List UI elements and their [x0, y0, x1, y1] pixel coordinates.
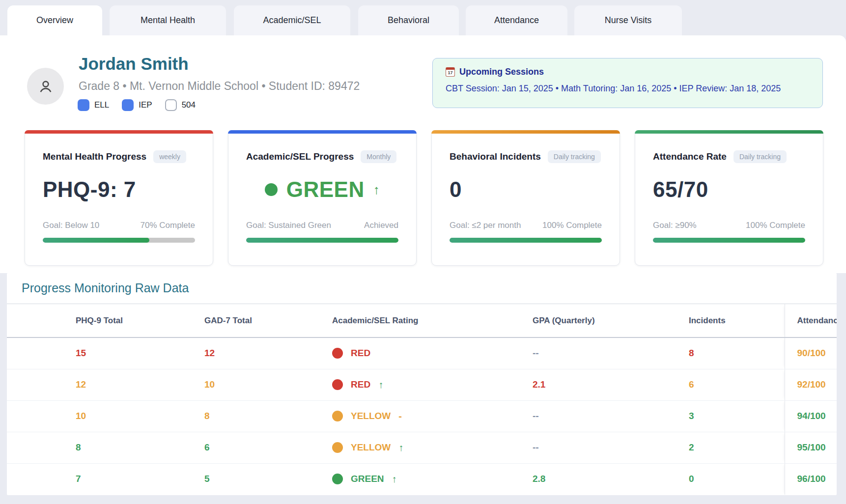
- 504-checkbox[interactable]: [165, 99, 177, 111]
- phq9-value: 12: [76, 379, 86, 390]
- card-mental-health-progress: Mental Health Progress weekly PHQ-9: 7 G…: [25, 130, 213, 266]
- incidents-value: 2: [689, 442, 694, 452]
- attendance-value: 94/100: [797, 411, 826, 421]
- phq9-value: 10: [76, 411, 86, 421]
- tab-attendance[interactable]: Attendance: [466, 5, 567, 35]
- progress-bar: [653, 238, 805, 243]
- incidents-value: 0: [689, 474, 694, 484]
- col-header-phq9: PHQ-9 Total: [76, 304, 204, 337]
- gpa-value: 2.1: [533, 379, 545, 390]
- table-row: 12 10 RED↑ 2.1 6 92/100: [7, 369, 837, 400]
- card-status: 100% Complete: [746, 221, 805, 230]
- card-goal: Goal: ≤2 per month: [450, 221, 521, 230]
- gad7-value: 6: [204, 442, 210, 452]
- attendance-value: 92/100: [797, 379, 826, 390]
- trend-up-icon: ↑: [392, 474, 397, 485]
- attendance-value: 90/100: [797, 348, 826, 358]
- col-header-gpa: GPA (Quarterly): [533, 304, 689, 337]
- gpa-value: --: [533, 411, 539, 421]
- card-title: Mental Health Progress: [43, 151, 146, 162]
- card-frequency-badge: weekly: [153, 150, 186, 163]
- card-goal: Goal: Sustained Green: [246, 221, 331, 230]
- rating-label: GREEN: [351, 474, 384, 484]
- card-title: Academic/SEL Progress: [246, 151, 354, 162]
- card-accent-red: [25, 130, 213, 134]
- table-row: 15 12 RED -- 8 90/100: [7, 337, 837, 369]
- flag-ell: ELL: [78, 99, 109, 111]
- rating-dot-icon: [332, 474, 343, 484]
- progress-fill: [246, 238, 398, 243]
- flag-iep: IEP: [122, 99, 152, 111]
- student-flags: ELL IEP 504: [78, 99, 196, 111]
- iep-checkbox[interactable]: [122, 99, 134, 111]
- tab-academic-sel[interactable]: Academic/SEL: [234, 5, 350, 35]
- upcoming-sessions-list: CBT Session: Jan 15, 2025 • Math Tutorin…: [446, 84, 810, 94]
- gpa-value: 2.8: [533, 474, 545, 484]
- upcoming-sessions-card: 17 Upcoming Sessions CBT Session: Jan 15…: [432, 58, 823, 108]
- card-value: GREEN: [286, 177, 365, 202]
- card-accent-orange: [431, 130, 620, 134]
- card-goal: Goal: Below 10: [43, 221, 99, 230]
- card-status: Achieved: [364, 221, 398, 230]
- incidents-value: 6: [689, 379, 694, 390]
- trend-up-icon: ↑: [373, 182, 380, 197]
- rating-label: YELLOW: [351, 442, 391, 453]
- rating-dot-icon: [332, 442, 343, 453]
- trend-up-icon: ↑: [378, 379, 383, 391]
- phq9-value: 15: [76, 348, 86, 358]
- upcoming-sessions-title: 17 Upcoming Sessions: [446, 67, 810, 77]
- progress-fill: [43, 238, 149, 243]
- progress-fill: [450, 238, 602, 243]
- table-row: 10 8 YELLOW- -- 3 94/100: [7, 400, 837, 432]
- col-header-rating: Academic/SEL Rating: [332, 304, 533, 337]
- raw-data-table: PHQ-9 Total GAD-7 Total Academic/SEL Rat…: [7, 304, 837, 495]
- rating-dot-icon: [332, 411, 343, 421]
- 504-label: 504: [182, 100, 196, 110]
- card-frequency-badge: Monthly: [361, 150, 396, 163]
- green-status-dot-icon: [265, 183, 278, 196]
- student-name: Jordan Smith: [79, 54, 189, 74]
- tab-nurse-visits[interactable]: Nurse Visits: [574, 5, 682, 35]
- card-title: Behavioral Incidents: [450, 151, 541, 162]
- attendance-value: 95/100: [797, 442, 826, 452]
- phq9-value: 8: [76, 442, 81, 452]
- card-title: Attendance Rate: [653, 151, 727, 162]
- progress-bar: [450, 238, 602, 243]
- incidents-value: 3: [689, 411, 694, 421]
- card-accent-green: [635, 130, 823, 134]
- user-icon: [36, 77, 55, 96]
- gpa-value: --: [533, 442, 539, 452]
- card-behavioral-incidents: Behavioral Incidents Daily tracking 0 Go…: [431, 130, 620, 266]
- card-accent-blue: [228, 130, 417, 134]
- raw-data-panel: Progress Monitoring Raw Data PHQ-9 Total…: [7, 273, 837, 495]
- card-frequency-badge: Daily tracking: [548, 150, 601, 163]
- gad7-value: 12: [204, 348, 215, 358]
- table-row: 7 5 GREEN↑ 2.8 0 96/100: [7, 463, 837, 495]
- iep-label: IEP: [139, 100, 152, 110]
- raw-data-table-scroll[interactable]: PHQ-9 Total GAD-7 Total Academic/SEL Rat…: [7, 304, 837, 495]
- student-meta: Grade 8 • Mt. Vernon Middle School • Stu…: [79, 80, 360, 93]
- progress-bar: [43, 238, 195, 243]
- tab-behavioral[interactable]: Behavioral: [358, 5, 459, 35]
- card-status: 100% Complete: [542, 221, 602, 230]
- progress-fill: [653, 238, 805, 243]
- raw-data-heading: Progress Monitoring Raw Data: [22, 281, 189, 295]
- incidents-value: 8: [689, 348, 694, 358]
- trend-up-icon: ↑: [398, 442, 403, 453]
- col-header-attendance: Attendance: [785, 304, 837, 337]
- tab-overview[interactable]: Overview: [7, 5, 102, 35]
- rating-label: YELLOW: [351, 411, 391, 421]
- ell-label: ELL: [94, 100, 109, 110]
- upcoming-sessions-title-text: Upcoming Sessions: [459, 67, 544, 77]
- gpa-value: --: [533, 348, 539, 358]
- col-header-gad7: GAD-7 Total: [204, 304, 332, 337]
- card-goal: Goal: ≥90%: [653, 221, 697, 230]
- card-frequency-badge: Daily tracking: [733, 150, 787, 163]
- table-header-row: PHQ-9 Total GAD-7 Total Academic/SEL Rat…: [7, 304, 837, 337]
- card-academic-sel-progress: Academic/SEL Progress Monthly GREEN ↑ Go…: [228, 130, 417, 266]
- phq9-value: 7: [76, 474, 81, 484]
- rating-label: RED: [351, 379, 370, 390]
- rating-dot-icon: [332, 348, 343, 359]
- ell-checkbox[interactable]: [78, 99, 89, 111]
- tab-mental-health[interactable]: Mental Health: [110, 5, 226, 35]
